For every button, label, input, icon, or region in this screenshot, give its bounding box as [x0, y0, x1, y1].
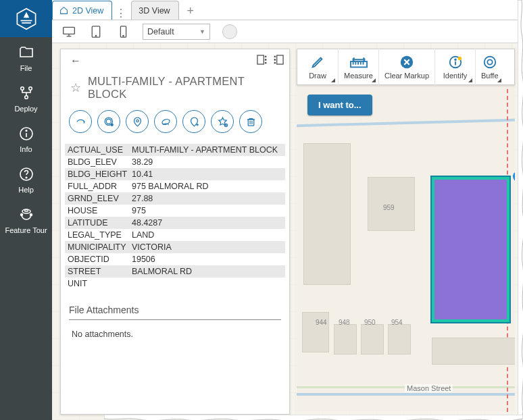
torn-edge-right [518, 0, 523, 420]
zoom-to-button[interactable] [69, 110, 92, 133]
table-row: STREETBALMORAL RD [65, 265, 285, 278]
dropdown-indicator-icon [372, 78, 376, 82]
building [334, 324, 357, 355]
building-label: 950 [364, 319, 376, 326]
sidebar-item-feature-tour[interactable]: Feature Tour [0, 199, 52, 240]
svg-point-22 [122, 35, 123, 36]
delete-button[interactable] [239, 110, 262, 133]
ruler-icon [350, 54, 368, 70]
pan-to-button[interactable] [126, 110, 149, 133]
panel-collapse-icon[interactable] [257, 55, 267, 67]
sidebar-item-label: Help [18, 186, 34, 194]
favorite-star-icon[interactable]: ☆ [70, 80, 81, 95]
table-row: MUNICIPALITYVICTORIA [65, 241, 285, 253]
tab-menu-icon[interactable]: ⋮ [115, 7, 127, 20]
road [297, 393, 515, 396]
help-icon [18, 165, 35, 183]
sidebar-item-label: Deploy [14, 105, 37, 113]
pencil-icon [310, 54, 325, 70]
tool-clear-markup[interactable]: Clear Markup [378, 49, 434, 85]
sidebar: File Deploy Info Help Feature Tour [0, 0, 52, 420]
back-button[interactable]: ← [66, 55, 85, 67]
tab-bar: 2D View ⋮ 3D View + [52, 0, 523, 20]
svg-point-58 [457, 57, 462, 61]
tab-2d-view[interactable]: 2D View [52, 1, 112, 20]
phone-icon[interactable] [116, 24, 130, 39]
buffer-button[interactable]: i [97, 110, 120, 133]
svg-point-13 [30, 214, 32, 216]
table-row: BLDG_ELEV38.29 [65, 156, 285, 168]
tool-identify[interactable]: Identify [434, 49, 475, 85]
table-row: OBJECTID19506 [65, 253, 285, 265]
sidebar-item-deploy[interactable]: Deploy [0, 78, 52, 118]
svg-point-29 [274, 59, 276, 61]
svg-point-9 [26, 130, 27, 132]
sidebar-item-label: Feature Tour [5, 226, 47, 234]
add-tab-button[interactable]: + [182, 2, 199, 20]
sidebar-item-help[interactable]: Help [0, 159, 52, 199]
svg-point-59 [484, 57, 496, 68]
svg-rect-2 [20, 20, 32, 21]
svg-point-35 [136, 120, 139, 122]
building-label: 954 [391, 319, 403, 326]
table-row: FULL_ADDR975 BALMORAL RD [65, 180, 285, 192]
attachments-header: File Attachments [69, 305, 281, 320]
attachments-empty: No attachments. [61, 323, 289, 346]
folder-icon [18, 44, 35, 61]
map-marker-icon [513, 172, 515, 181]
dropdown-indicator-icon [331, 78, 335, 82]
panel-expand-icon[interactable] [274, 55, 284, 67]
building [361, 324, 384, 355]
building [388, 324, 411, 355]
tool-measure[interactable]: Measure [338, 49, 378, 85]
tab-label: 3D View [139, 6, 170, 16]
selected-feature-polygon [432, 177, 509, 322]
svg-point-4 [20, 87, 24, 90]
building-label: 948 [339, 319, 350, 326]
svg-point-11 [26, 177, 27, 178]
home-icon [59, 6, 68, 15]
select-button[interactable] [182, 110, 205, 133]
svg-rect-27 [277, 55, 283, 64]
road [297, 119, 515, 128]
dropdown-indicator-icon [468, 78, 472, 82]
tablet-icon[interactable] [89, 24, 103, 39]
edit-button[interactable] [154, 110, 177, 133]
svg-point-30 [274, 62, 276, 63]
add-related-button[interactable] [211, 110, 234, 133]
table-row: LEGAL_TYPELAND [65, 229, 285, 241]
svg-rect-16 [64, 27, 75, 34]
svg-rect-23 [257, 55, 264, 64]
table-row: BLDG_HEIGHT10.41 [65, 168, 285, 180]
svg-rect-3 [22, 22, 31, 24]
tab-label: 2D View [72, 6, 103, 16]
svg-point-6 [24, 96, 28, 99]
table-row: UNIT [65, 278, 285, 290]
feature-tools: i [61, 106, 289, 141]
layout-select[interactable]: Default ▼ [143, 24, 210, 40]
svg-point-5 [28, 87, 32, 90]
street-label: Mason Street [405, 384, 453, 392]
building [303, 143, 351, 285]
svg-point-24 [265, 56, 266, 57]
sidebar-item-info[interactable]: Info [0, 118, 52, 159]
map-toolbar: Draw Measure Clear Markup Identify [297, 49, 515, 85]
desktop-icon[interactable] [61, 24, 76, 39]
select-value: Default [147, 27, 174, 36]
i-want-to-button[interactable]: I want to... [307, 95, 372, 115]
sidebar-item-file[interactable]: File [0, 37, 52, 78]
table-row: ACTUAL_USEMULTI-FAMILY - APARTMENT BLOCK [65, 144, 285, 156]
device-toolbar: Default ▼ [52, 20, 523, 43]
svg-point-31 [106, 119, 111, 124]
building [432, 338, 515, 365]
tab-3d-view[interactable]: 3D View [131, 1, 178, 20]
tool-buffer[interactable]: Buffe [475, 49, 504, 85]
info-icon [18, 125, 35, 142]
svg-point-12 [20, 214, 22, 216]
svg-point-20 [95, 35, 96, 36]
svg-point-25 [265, 59, 266, 61]
svg-point-28 [274, 56, 276, 57]
attribute-table: ACTUAL_USEMULTI-FAMILY - APARTMENT BLOCK… [61, 141, 289, 292]
svg-point-26 [265, 62, 266, 63]
tool-draw[interactable]: Draw [297, 49, 338, 85]
